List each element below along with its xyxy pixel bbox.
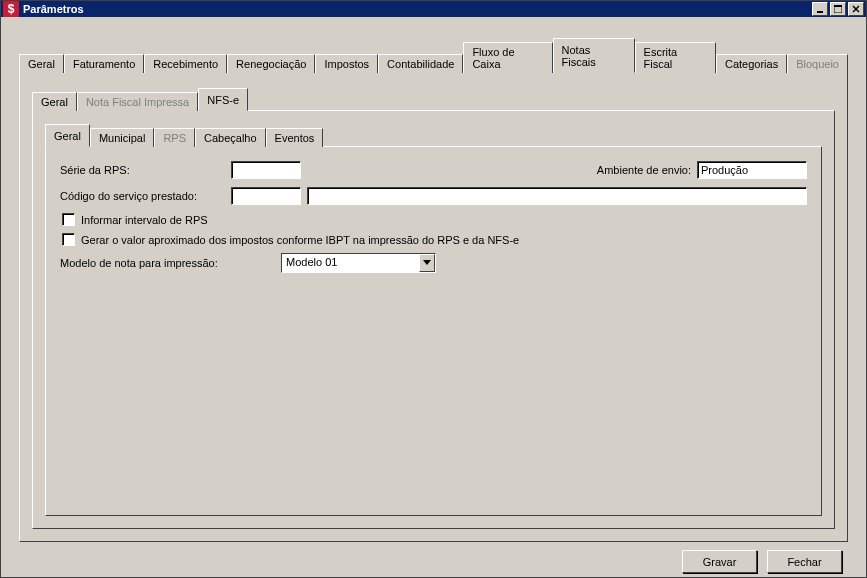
ambiente-envio-input[interactable] (697, 161, 807, 179)
l1-tab-bloqueio: Bloqueio (787, 54, 848, 73)
chk-intervalo-rps[interactable] (62, 213, 75, 226)
modelo-nota-value: Modelo 01 (282, 254, 419, 272)
titlebar: $ Parâmetros (1, 1, 866, 17)
l2-tab-nota-fiscal-impressa: Nota Fiscal Impressa (77, 92, 198, 111)
ambiente-envio-label: Ambiente de envio: (597, 164, 691, 176)
tabs-level1: GeralFaturamentoRecebimentoRenegociaçãoI… (19, 37, 848, 72)
action-bar: Gravar Fechar (19, 542, 848, 577)
row-modelo-nota: Modelo de nota para impressão: Modelo 01 (60, 253, 807, 273)
serie-rps-input[interactable] (231, 161, 301, 179)
row-serie-ambiente: Série da RPS: Ambiente de envio: (60, 161, 807, 179)
serie-rps-label: Série da RPS: (60, 164, 225, 176)
chevron-down-icon (419, 254, 435, 272)
panel-notas-fiscais: GeralNota Fiscal ImpressaNFS-e GeralMuni… (19, 72, 848, 542)
l3-tab-geral[interactable]: Geral (45, 124, 90, 147)
close-button[interactable] (848, 2, 864, 16)
panel-nfse: GeralMunicipalRPSCabeçalhoEventos Série … (32, 110, 835, 529)
tabs-level2: GeralNota Fiscal ImpressaNFS-e (32, 87, 835, 110)
maximize-button[interactable] (830, 2, 846, 16)
l3-tab-cabeçalho[interactable]: Cabeçalho (195, 128, 266, 147)
gravar-button[interactable]: Gravar (682, 550, 757, 573)
l1-tab-impostos[interactable]: Impostos (315, 54, 378, 73)
l1-tab-notas-fiscais[interactable]: Notas Fiscais (553, 38, 635, 73)
svg-rect-0 (817, 11, 823, 13)
l1-tab-contabilidade[interactable]: Contabilidade (378, 54, 463, 73)
window-controls (812, 2, 864, 16)
l3-tab-eventos[interactable]: Eventos (266, 128, 324, 147)
l3-tab-rps: RPS (154, 128, 195, 147)
l3-tab-municipal[interactable]: Municipal (90, 128, 154, 147)
modelo-nota-label: Modelo de nota para impressão: (60, 257, 275, 269)
content: GeralFaturamentoRecebimentoRenegociaçãoI… (1, 17, 866, 578)
modelo-nota-select[interactable]: Modelo 01 (281, 253, 436, 273)
codigo-servico-desc-input[interactable] (307, 187, 807, 205)
l1-tab-escrita-fiscal[interactable]: Escrita Fiscal (635, 42, 716, 73)
l1-tab-categorias[interactable]: Categorias (716, 54, 787, 73)
panel-nfse-geral: Série da RPS: Ambiente de envio: Código … (45, 146, 822, 516)
app-icon: $ (3, 1, 19, 17)
l1-tab-renegociação[interactable]: Renegociação (227, 54, 315, 73)
tabs-level3: GeralMunicipalRPSCabeçalhoEventos (45, 123, 822, 146)
chk-gerar-ibpt-label: Gerar o valor aproximado dos impostos co… (81, 234, 519, 246)
chk-intervalo-rps-label: Informar intervalo de RPS (81, 214, 208, 226)
l2-tab-geral[interactable]: Geral (32, 92, 77, 111)
l2-tab-nfs-e[interactable]: NFS-e (198, 88, 248, 111)
minimize-button[interactable] (812, 2, 828, 16)
l1-tab-geral[interactable]: Geral (19, 54, 64, 73)
row-chk-intervalo-rps: Informar intervalo de RPS (62, 213, 807, 226)
svg-rect-2 (834, 5, 842, 7)
l1-tab-faturamento[interactable]: Faturamento (64, 54, 144, 73)
row-chk-gerar-ibpt: Gerar o valor aproximado dos impostos co… (62, 233, 807, 246)
l1-tab-fluxo-de-caixa[interactable]: Fluxo de Caixa (463, 42, 552, 73)
svg-marker-5 (423, 260, 431, 265)
fechar-button[interactable]: Fechar (767, 550, 842, 573)
l1-tab-recebimento[interactable]: Recebimento (144, 54, 227, 73)
row-codigo-servico: Código do serviço prestado: (60, 187, 807, 205)
codigo-servico-label: Código do serviço prestado: (60, 190, 225, 202)
codigo-servico-input[interactable] (231, 187, 301, 205)
chk-gerar-ibpt[interactable] (62, 233, 75, 246)
window-title: Parâmetros (23, 3, 812, 15)
window: $ Parâmetros GeralFaturamentoRecebimento… (0, 0, 867, 578)
